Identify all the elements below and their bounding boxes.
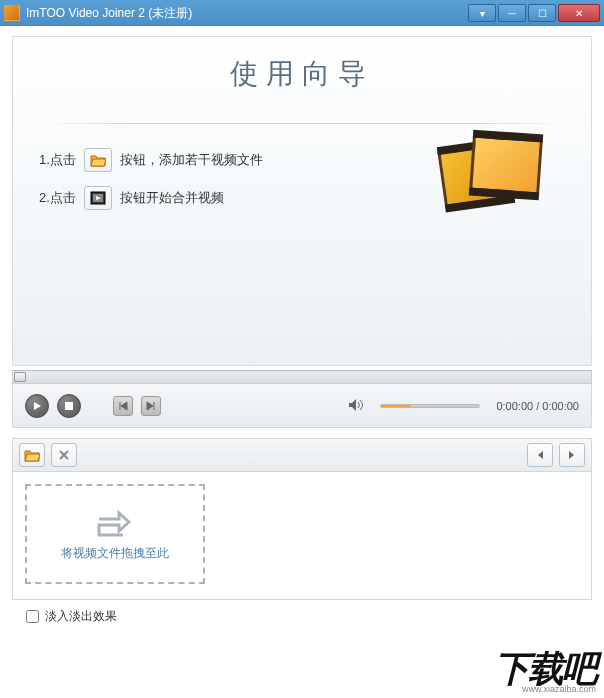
svg-rect-2 [65, 402, 73, 410]
prev-button[interactable] [113, 396, 133, 416]
dropzone[interactable]: 将视频文件拖拽至此 [25, 484, 205, 584]
seek-thumb[interactable] [14, 372, 26, 382]
step2-suffix: 按钮开始合并视频 [120, 189, 224, 207]
dropzone-text: 将视频文件拖拽至此 [61, 545, 169, 562]
wizard-panel: 使用向导 1.点击 按钮，添加若干视频文件 2.点击 按钮开始合并视频 [12, 36, 592, 366]
fade-checkbox[interactable] [26, 610, 39, 623]
step1-suffix: 按钮，添加若干视频文件 [120, 151, 263, 169]
move-left-button[interactable] [527, 443, 553, 467]
remove-file-button[interactable] [51, 443, 77, 467]
wizard-heading: 使用向导 [39, 55, 565, 93]
join-video-icon [84, 186, 112, 210]
window-buttons: ▾ ─ ☐ ✕ [468, 4, 600, 22]
minimize-button[interactable]: ─ [498, 4, 526, 22]
file-list-area: 将视频文件拖拽至此 [12, 472, 592, 600]
step1-prefix: 1.点击 [39, 151, 76, 169]
wizard-illustration [441, 137, 551, 217]
move-right-button[interactable] [559, 443, 585, 467]
stop-button[interactable] [57, 394, 81, 418]
app-icon [4, 5, 20, 21]
watermark-logo: 下载吧 [494, 655, 596, 684]
volume-slider[interactable] [380, 404, 480, 408]
dropzone-arrow-icon [93, 507, 137, 537]
maximize-button[interactable]: ☐ [528, 4, 556, 22]
player-controls: 0:00:00 / 0:00:00 [12, 384, 592, 428]
dropdown-window-button[interactable]: ▾ [468, 4, 496, 22]
add-file-button[interactable] [19, 443, 45, 467]
close-button[interactable]: ✕ [558, 4, 600, 22]
step2-prefix: 2.点击 [39, 189, 76, 207]
volume-icon[interactable] [348, 398, 364, 414]
divider [39, 123, 565, 124]
time-display: 0:00:00 / 0:00:00 [496, 400, 579, 412]
fade-label: 淡入淡出效果 [45, 608, 117, 625]
next-button[interactable] [141, 396, 161, 416]
footer-options: 淡入淡出效果 [12, 600, 592, 633]
file-toolbar [12, 438, 592, 472]
play-button[interactable] [25, 394, 49, 418]
window-title: ImTOO Video Joiner 2 (未注册) [26, 5, 468, 22]
titlebar: ImTOO Video Joiner 2 (未注册) ▾ ─ ☐ ✕ [0, 0, 604, 26]
open-folder-icon [84, 148, 112, 172]
watermark: 下载吧 www.xiazaiba.com [494, 655, 596, 694]
seek-bar[interactable] [12, 370, 592, 384]
